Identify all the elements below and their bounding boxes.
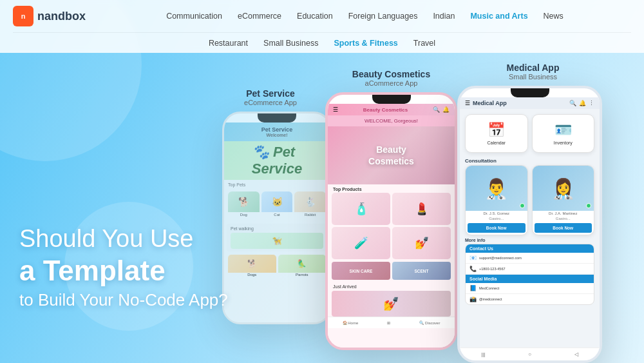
beauty-phone-label: Beauty Cosmetics aCommerce App <box>352 69 430 87</box>
nav-sports-fitness[interactable]: Sports & Fitness <box>328 36 404 50</box>
nav-ecommerce[interactable]: eCommerce <box>231 9 288 23</box>
nav-row1: Communication eCommerce Education Foreig… <box>99 9 631 23</box>
pet-phone-label: Pet Service eCommerce App <box>244 88 297 106</box>
book-now-btn-1[interactable]: Book Now <box>468 223 526 233</box>
pet-banner: 🐾 PetService <box>224 141 330 180</box>
logo-text: nandbox <box>37 10 86 23</box>
phone-container-left: Pet Service eCommerce App Pet Service We… <box>222 88 319 344</box>
beauty-cat-scent: SCENT <box>392 262 451 280</box>
header: n nandbox Communication eCommerce Educat… <box>0 0 644 53</box>
medical-doctor-2: 👩‍⚕️ Dr. J.A. Martinez Gastro... Book No… <box>532 165 595 235</box>
beauty-phone-screen: ☰ Beauty Cosmetics 🔍🔔 WELCOME, Gorgeous!… <box>328 104 455 348</box>
medical-phone-screen: ☰ Medical App 🔍 🔔 ⋮ 📅 Calendar <box>460 97 600 360</box>
phone-center: ☰ Beauty Cosmetics 🔍🔔 WELCOME, Gorgeous!… <box>325 92 457 350</box>
medical-app-header: ☰ Medical App 🔍 🔔 ⋮ <box>460 97 600 109</box>
beauty-welcome: WELCOME, Gorgeous! <box>328 115 455 126</box>
medical-doctor-1: 👨‍⚕️ Dr. J.S. Gomez Gastro... Book Now <box>465 165 528 235</box>
phones-area: Pet Service eCommerce App Pet Service We… <box>193 0 644 363</box>
pet-cards: 🐕 Dog 🐱 Cat 🐇 Rabbit <box>224 190 330 222</box>
phone-notch-center <box>372 95 411 104</box>
beauty-arrived-img: 💅 <box>332 291 451 317</box>
medical-feature-cards: 📅 Calendar 🪪 Inventory <box>460 109 600 155</box>
beauty-products-grid: 🧴 💄 🧪 💅 <box>328 193 455 259</box>
pet-app-header: Pet Service Welcome! <box>224 123 330 141</box>
pet-phone-screen: Pet Service Welcome! 🐾 PetService Top Pe… <box>224 123 330 322</box>
medical-card-inventory: 🪪 Inventory <box>532 114 595 153</box>
phone-right: ☰ Medical App 🔍 🔔 ⋮ 📅 Calendar <box>457 86 602 363</box>
medical-bottom-nav: ||| ○ ◁ <box>460 348 600 360</box>
beauty-product-1: 🧴 <box>332 193 390 225</box>
nav-music-arts[interactable]: Music and Arts <box>464 9 534 23</box>
beauty-product-4: 💅 <box>392 227 451 259</box>
pet-animal-parrots: 🦜 Parrots <box>278 255 327 280</box>
nav-small-business[interactable]: Small Business <box>257 36 325 50</box>
contact-phone: 📞 +1800-123-4567 <box>466 264 594 275</box>
beauty-cat-skincare: SKIN CARE <box>332 262 390 280</box>
nav-foreign-languages[interactable]: Foreign Languages <box>342 9 424 23</box>
pet-card-3: 🐇 Rabbit <box>294 191 326 221</box>
pet-walking-label: Pet walking 🦮 <box>227 224 327 251</box>
phone-notch-left <box>258 113 296 123</box>
book-now-btn-2[interactable]: Book Now <box>535 223 592 233</box>
medical-doctors: 👨‍⚕️ Dr. J.S. Gomez Gastro... Book Now 👩… <box>460 165 600 235</box>
contact-card: Contact Us 📧 support@medconnect.com 📞 +1… <box>465 244 594 305</box>
phone-container-right: Medical App Small Business ☰ Medical App… <box>464 63 602 363</box>
hero-line2: a Template <box>19 254 228 288</box>
medical-phone-label: Medical App Small Business <box>507 63 560 81</box>
beauty-product-2: 💄 <box>392 193 451 225</box>
hero-text: Should You Use a Template to Build Your … <box>19 224 228 311</box>
beauty-app-header: ☰ Beauty Cosmetics 🔍🔔 <box>328 104 455 115</box>
pet-animals-row: 🐕 Dogs 🦜 Parrots <box>224 253 330 282</box>
phone-container-center: Beauty Cosmetics aCommerce App ☰ Beauty … <box>325 69 457 357</box>
nav-education[interactable]: Education <box>290 9 339 23</box>
nav-indian[interactable]: Indian <box>426 9 461 23</box>
medical-card-calendar: 📅 Calendar <box>465 114 528 153</box>
hero-line1: Should You Use <box>19 224 228 254</box>
social-instagram: 📸 @medconnect <box>466 294 594 304</box>
nav-communication[interactable]: Communication <box>160 9 229 23</box>
pet-card-1: 🐕 Dog <box>228 191 260 221</box>
beauty-banner: Beauty Cosmetics <box>328 126 455 184</box>
phone-left: Pet Service Welcome! 🐾 PetService Top Pe… <box>222 112 332 324</box>
logo-area[interactable]: n nandbox <box>13 6 86 26</box>
beauty-categories: SKIN CARE SCENT <box>328 259 455 282</box>
hero-line3: to Build Your No-Code App? <box>19 288 228 311</box>
logo-icon: n <box>13 6 33 26</box>
beauty-bottom-nav: 🏠 Home ⊞ 🔍 Discover <box>328 317 455 328</box>
nav-news[interactable]: News <box>537 9 570 23</box>
pet-card-2: 🐱 Cat <box>261 191 293 221</box>
pet-animal-dogs: 🐕 Dogs <box>228 255 276 280</box>
nav-travel[interactable]: Travel <box>407 36 442 50</box>
social-facebook: 📘 MedConnect <box>466 283 594 294</box>
nav-restaurant[interactable]: Restaurant <box>202 36 254 50</box>
contact-email: 📧 support@medconnect.com <box>466 253 594 264</box>
beauty-product-3: 🧪 <box>332 227 390 259</box>
nav-row2: Restaurant Small Business Sports & Fitne… <box>13 32 631 53</box>
header-top: n nandbox Communication eCommerce Educat… <box>13 0 631 32</box>
phone-notch-right <box>511 88 549 97</box>
